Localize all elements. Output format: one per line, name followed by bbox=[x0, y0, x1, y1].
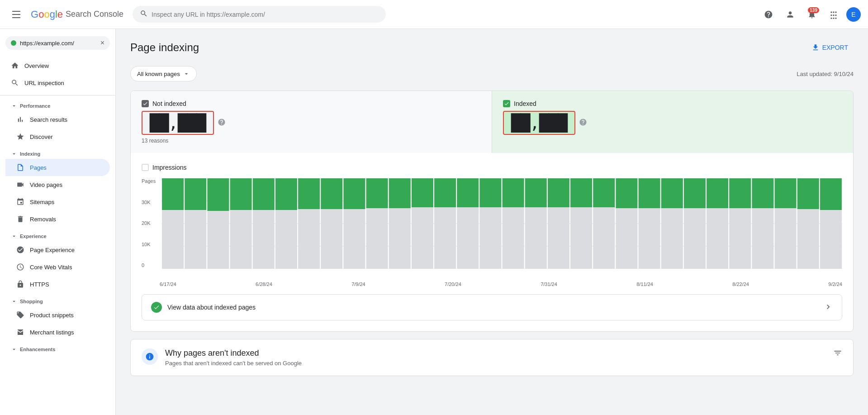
search-input[interactable] bbox=[152, 11, 379, 18]
svg-rect-34 bbox=[479, 178, 501, 207]
main-content: Page indexing EXPORT All known pages Las… bbox=[116, 29, 868, 415]
svg-rect-14 bbox=[253, 178, 275, 210]
topbar: Google Search Console 139 E bbox=[0, 0, 868, 29]
view-indexed-data-link[interactable]: View data about indexed pages bbox=[142, 294, 842, 320]
download-icon bbox=[811, 43, 820, 52]
export-button[interactable]: EXPORT bbox=[806, 40, 854, 55]
svg-rect-6 bbox=[162, 178, 184, 210]
sidebar-label-overview: Overview bbox=[24, 62, 49, 69]
stat-indexed[interactable]: Indexed ██,███ تعداد صفحات ایندکس شده bbox=[492, 91, 853, 153]
section-indexing-label: Indexing bbox=[20, 151, 40, 157]
indexing-card: تعداد صفحات ایندکس نشده Not indexed ██,█… bbox=[130, 91, 854, 332]
svg-rect-53 bbox=[707, 208, 728, 269]
removals-icon bbox=[16, 215, 24, 223]
svg-rect-39 bbox=[548, 207, 569, 269]
sidebar-item-search-results[interactable]: Search results bbox=[5, 111, 110, 128]
not-indexed-help[interactable] bbox=[218, 118, 226, 128]
sidebar-item-video-pages[interactable]: Video pages bbox=[5, 176, 110, 193]
y-label-title: Pages bbox=[142, 178, 160, 184]
svg-rect-19 bbox=[321, 209, 342, 269]
chart-section: Impressions Pages 30K 20K 10K 0 bbox=[131, 153, 853, 331]
svg-rect-17 bbox=[298, 209, 320, 269]
menu-button[interactable] bbox=[7, 5, 25, 24]
last-updated: Last updated: 9/10/24 bbox=[797, 71, 854, 77]
sidebar-item-sitemaps[interactable]: Sitemaps bbox=[5, 193, 110, 210]
not-indexed-checkbox bbox=[142, 100, 149, 107]
sidebar-item-https[interactable]: HTTPS bbox=[5, 276, 110, 293]
svg-rect-20 bbox=[321, 178, 342, 209]
sidebar-item-product-snippets[interactable]: Product snippets bbox=[5, 306, 110, 324]
chevron-down-icon-shopping bbox=[11, 298, 17, 305]
sidebar-item-discover[interactable]: Discover bbox=[5, 128, 110, 145]
why-not-indexed-content: Why pages aren't indexed Pages that aren… bbox=[165, 348, 826, 367]
account-button[interactable] bbox=[781, 5, 799, 24]
section-enhancements[interactable]: Enhancements bbox=[0, 343, 115, 354]
filter-icon bbox=[833, 348, 842, 358]
svg-rect-52 bbox=[684, 178, 706, 208]
svg-rect-26 bbox=[389, 178, 411, 208]
chart-area: Pages 30K 20K 10K 0 bbox=[142, 178, 842, 287]
section-shopping-label: Shopping bbox=[20, 299, 43, 304]
svg-rect-31 bbox=[457, 207, 479, 269]
not-indexed-label: Not indexed bbox=[152, 100, 186, 107]
sidebar-item-removals[interactable]: Removals bbox=[5, 210, 110, 228]
stat-not-indexed[interactable]: تعداد صفحات ایندکس نشده Not indexed ██,█… bbox=[131, 91, 492, 153]
section-experience[interactable]: Experience bbox=[0, 229, 115, 241]
sidebar-label-pages: Pages bbox=[30, 164, 47, 171]
search-bar[interactable] bbox=[133, 6, 386, 23]
why-title: Why pages aren't indexed bbox=[165, 348, 826, 358]
x-label-0: 6/17/24 bbox=[160, 281, 176, 287]
svg-rect-12 bbox=[230, 178, 252, 210]
chevron-down-icon-enhancements bbox=[11, 346, 17, 353]
section-experience-label: Experience bbox=[20, 234, 47, 239]
chevron-down-icon bbox=[183, 70, 190, 77]
svg-rect-18 bbox=[298, 178, 320, 209]
search-icon bbox=[140, 10, 148, 19]
svg-rect-11 bbox=[230, 210, 252, 269]
help-button[interactable] bbox=[759, 5, 778, 24]
svg-rect-57 bbox=[752, 208, 773, 269]
user-avatar[interactable]: E bbox=[846, 7, 861, 22]
sidebar-item-merchant-listings[interactable]: Merchant listings bbox=[5, 324, 110, 341]
svg-rect-55 bbox=[729, 208, 751, 269]
svg-rect-49 bbox=[661, 208, 683, 269]
svg-rect-36 bbox=[503, 178, 524, 207]
section-shopping[interactable]: Shopping bbox=[0, 295, 115, 306]
why-not-indexed-card: Why pages aren't indexed Pages that aren… bbox=[130, 339, 854, 376]
property-close-icon[interactable]: × bbox=[100, 39, 104, 47]
notifications-button[interactable]: 139 bbox=[803, 5, 821, 24]
sidebar-item-pages[interactable]: Pages bbox=[5, 159, 110, 176]
svg-rect-33 bbox=[479, 207, 501, 269]
filter-button[interactable] bbox=[833, 348, 842, 359]
section-performance[interactable]: Performance bbox=[0, 99, 115, 111]
sidebar-item-page-experience[interactable]: Page Experience bbox=[5, 241, 110, 258]
sidebar-label-discover: Discover bbox=[30, 134, 53, 140]
product-icon bbox=[16, 311, 24, 319]
sidebar-item-url-inspection[interactable]: URL inspection bbox=[0, 74, 110, 91]
x-label-7: 9/2/24 bbox=[828, 281, 842, 287]
x-label-4: 7/31/24 bbox=[541, 281, 557, 287]
svg-rect-7 bbox=[185, 210, 206, 269]
indexed-value: ██,███ bbox=[503, 111, 575, 135]
hamburger-icon bbox=[12, 11, 20, 18]
notification-badge: 139 bbox=[808, 7, 819, 13]
svg-rect-64 bbox=[820, 178, 842, 210]
filter-chip[interactable]: All known pages bbox=[130, 66, 197, 81]
sidebar-item-overview[interactable]: Overview bbox=[0, 57, 110, 74]
not-indexed-sub: 13 reasons bbox=[142, 138, 481, 144]
sidebar-item-core-web-vitals[interactable]: Core Web Vitals bbox=[5, 258, 110, 276]
svg-rect-5 bbox=[162, 210, 184, 269]
video-icon bbox=[16, 181, 24, 189]
impressions-checkbox[interactable] bbox=[142, 164, 149, 171]
merchant-icon bbox=[16, 328, 24, 336]
sidebar-label-https: HTTPS bbox=[30, 281, 49, 288]
section-indexing[interactable]: Indexing bbox=[0, 147, 115, 159]
chart-svg bbox=[161, 178, 842, 269]
logo[interactable]: Google Search Console bbox=[31, 9, 123, 20]
app-name: Search Console bbox=[66, 10, 123, 19]
property-selector[interactable]: https://example.com/ × bbox=[5, 36, 110, 50]
svg-rect-50 bbox=[661, 178, 683, 208]
apps-button[interactable] bbox=[825, 5, 843, 24]
star-icon bbox=[16, 133, 24, 141]
indexed-help[interactable] bbox=[579, 118, 587, 128]
